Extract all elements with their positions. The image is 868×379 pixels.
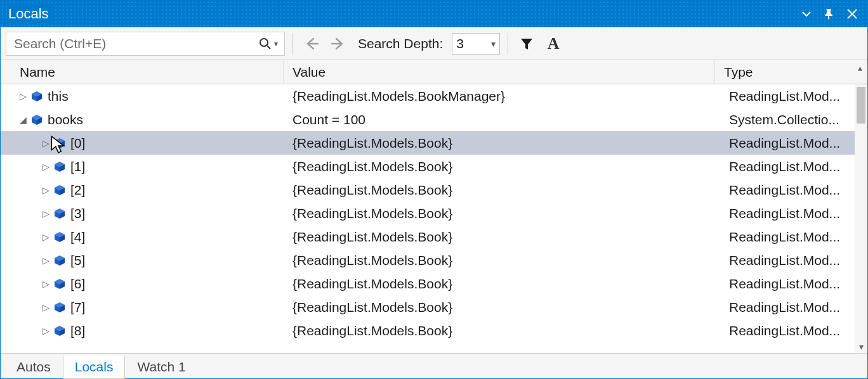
scroll-down-button[interactable]: ▾ <box>855 342 867 352</box>
expander[interactable]: ◢ <box>16 115 30 125</box>
expander[interactable]: ▷ <box>39 326 53 336</box>
cell-type: ReadingList.Mod... <box>720 183 867 198</box>
cell-value[interactable]: {ReadingList.Models.Book} <box>284 253 720 268</box>
search-input[interactable] <box>13 35 256 52</box>
object-icon <box>53 278 67 290</box>
titlebar: Locals <box>1 1 867 27</box>
cell-value[interactable]: {ReadingList.Models.Book} <box>284 323 720 338</box>
object-icon <box>53 255 67 266</box>
cell-name: ◢ books <box>1 112 284 127</box>
expander[interactable]: ▷ <box>39 279 53 289</box>
bottom-tabs: AutosLocalsWatch 1 <box>1 353 867 378</box>
grid-row[interactable]: ▷ [7]{ReadingList.Models.Book}ReadingLis… <box>1 295 867 319</box>
cell-name: ▷ [1] <box>1 159 284 174</box>
pin-button[interactable] <box>818 8 841 20</box>
grid-row[interactable]: ▷ this{ReadingList.Models.BookManager}Re… <box>1 84 867 108</box>
cell-value[interactable]: Count = 100 <box>284 112 720 127</box>
search-depth-combo[interactable]: 3 ▾ <box>452 33 500 55</box>
expander[interactable]: ▷ <box>39 255 53 266</box>
locals-window: Locals ▾ <box>0 0 868 379</box>
object-icon <box>30 114 43 125</box>
cell-type: System.Collectio... <box>720 112 867 127</box>
variable-name: [5] <box>67 253 85 268</box>
object-icon <box>53 231 66 243</box>
expander[interactable]: ▷ <box>39 302 53 312</box>
cell-type: ReadingList.Mod... <box>720 323 867 338</box>
object-icon <box>53 302 66 313</box>
tab-autos[interactable]: Autos <box>4 355 63 379</box>
variable-name: [3] <box>67 206 85 221</box>
search-box[interactable]: ▾ <box>6 32 285 56</box>
object-icon <box>53 184 67 196</box>
expander[interactable]: ▷ <box>16 91 30 101</box>
column-header-name[interactable]: Name <box>1 60 284 84</box>
cell-name: ▷ [2] <box>1 183 284 198</box>
cell-name: ▷ [0] <box>1 136 284 151</box>
cell-type: ReadingList.Mod... <box>720 159 867 174</box>
cell-name: ▷ [4] <box>1 229 284 245</box>
grid-row[interactable]: ▷ [6]{ReadingList.Models.Book}ReadingLis… <box>1 272 867 295</box>
variable-name: [0] <box>67 136 85 151</box>
nav-forward-button[interactable] <box>327 33 349 55</box>
cell-value[interactable]: {ReadingList.Models.Book} <box>284 206 720 221</box>
cell-type: ReadingList.Mod... <box>720 229 867 245</box>
close-button[interactable] <box>841 8 864 20</box>
search-depth-value: 3 <box>456 36 491 51</box>
cell-name: ▷ [5] <box>1 253 284 268</box>
filter-button[interactable] <box>516 33 537 55</box>
object-icon <box>53 138 66 149</box>
object-icon <box>30 91 43 102</box>
tab-locals[interactable]: Locals <box>63 356 126 379</box>
grid-row[interactable]: ▷ [1]{ReadingList.Models.Book}ReadingLis… <box>1 155 867 178</box>
scrollbar-thumb[interactable] <box>857 87 865 124</box>
column-header-value[interactable]: Value <box>284 60 715 84</box>
funnel-icon <box>520 37 534 51</box>
cell-name: ▷ [7] <box>1 300 284 315</box>
variable-name: [4] <box>67 229 85 245</box>
cell-name: ▷ [3] <box>1 206 284 221</box>
variable-name: [6] <box>67 276 85 292</box>
cell-value[interactable]: {ReadingList.Models.BookManager} <box>284 89 720 104</box>
object-icon <box>53 138 67 149</box>
cell-value[interactable]: {ReadingList.Models.Book} <box>284 136 720 151</box>
cell-value[interactable]: {ReadingList.Models.Book} <box>284 229 720 245</box>
search-button[interactable]: ▾ <box>256 37 280 50</box>
grid-row[interactable]: ▷ [8]{ReadingList.Models.Book}ReadingLis… <box>1 319 867 342</box>
variable-name: [1] <box>67 159 85 174</box>
object-icon <box>53 161 67 172</box>
cell-value[interactable]: {ReadingList.Models.Book} <box>284 300 720 315</box>
text-visualizer-button[interactable]: A <box>542 33 564 55</box>
expander[interactable]: ▷ <box>39 209 53 219</box>
expander[interactable]: ▷ <box>39 138 53 148</box>
column-header-type[interactable]: Type <box>715 60 867 84</box>
cell-value[interactable]: {ReadingList.Models.Book} <box>284 183 720 198</box>
grid-header: Name Value Type ▴ <box>1 60 867 84</box>
grid-row[interactable]: ▷ [4]{ReadingList.Models.Book}ReadingLis… <box>1 225 867 248</box>
grid-row[interactable]: ▷ [2]{ReadingList.Models.Book}ReadingLis… <box>1 178 867 202</box>
arrow-right-icon <box>331 36 346 51</box>
search-depth-label: Search Depth: <box>354 36 447 51</box>
cell-value[interactable]: {ReadingList.Models.Book} <box>284 159 720 174</box>
grid-row[interactable]: ▷ [0]{ReadingList.Models.Book}ReadingLis… <box>1 131 867 155</box>
grid-row[interactable]: ▷ [3]{ReadingList.Models.Book}ReadingLis… <box>1 202 867 225</box>
expander[interactable]: ▷ <box>39 232 53 242</box>
titlebar-title: Locals <box>8 6 55 22</box>
vertical-scrollbar[interactable]: ▾ <box>855 84 867 353</box>
chevron-down-icon <box>801 9 812 19</box>
cell-value[interactable]: {ReadingList.Models.Book} <box>284 276 720 292</box>
object-icon <box>53 161 66 172</box>
expander[interactable]: ▷ <box>39 185 53 195</box>
object-icon <box>53 302 67 313</box>
nav-back-button[interactable] <box>301 33 322 55</box>
expander[interactable]: ▷ <box>39 162 53 172</box>
svg-line-1 <box>267 46 270 49</box>
window-dropdown-button[interactable] <box>795 9 818 19</box>
tab-watch-1[interactable]: Watch 1 <box>125 355 197 379</box>
object-icon <box>53 255 66 266</box>
grid-row[interactable]: ▷ [5]{ReadingList.Models.Book}ReadingLis… <box>1 248 867 272</box>
scroll-up-button[interactable]: ▴ <box>853 63 866 73</box>
grid-row[interactable]: ◢ booksCount = 100System.Collectio... <box>1 108 867 131</box>
cell-type: ReadingList.Mod... <box>720 89 867 104</box>
variable-name: this <box>44 89 69 104</box>
object-icon <box>53 184 66 196</box>
